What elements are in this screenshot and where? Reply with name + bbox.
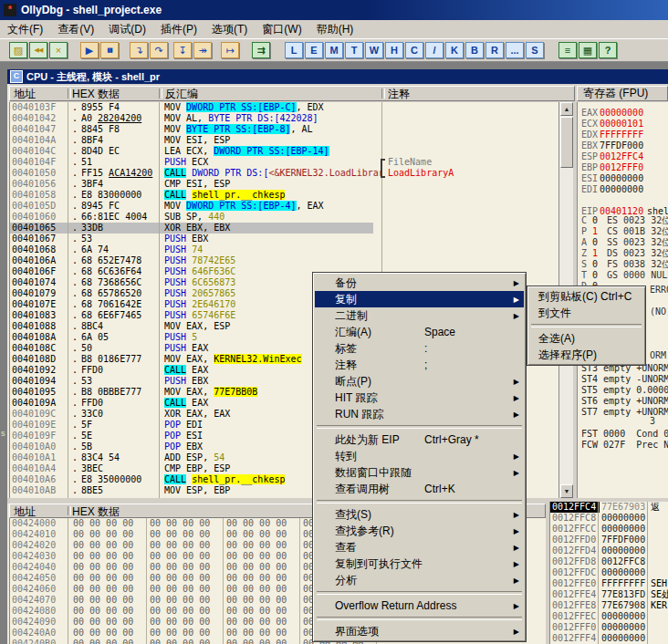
stack-row[interactable]: 0012FFF400000000 <box>550 633 668 644</box>
disasm-row[interactable]: 0040104C.8D4D ECLEA ECX, DWORD PTR SS:[E… <box>10 146 559 157</box>
stack-row[interactable]: 0012FFF000000000 <box>550 622 668 633</box>
stack-row[interactable]: 0012FFC477E67903返 <box>550 502 668 513</box>
disasm-row[interactable]: 0040106A.68 652E7478PUSH 78742E65 <box>10 255 559 266</box>
disasm-row[interactable]: 00401058.E8 83000000CALL shell_pr.__chke… <box>10 190 559 201</box>
toolbar-call-stack-button[interactable]: K <box>445 42 464 58</box>
toolbar-animate-over-button[interactable]: ↠ <box>193 42 212 58</box>
menu-item-view-call-tree[interactable]: 查看调用树Ctrl+K <box>315 481 524 497</box>
toolbar-appearance-button[interactable]: ▦ <box>579 42 597 58</box>
submenu-item-to-clipboard[interactable]: 到剪贴板(C)Ctrl+C <box>529 288 643 305</box>
fpu-row[interactable]: FST 0000 Cond 0 <box>578 429 668 440</box>
toolbar-source-button[interactable]: S <box>526 42 544 58</box>
register-row-edx[interactable]: EDXFFFFFFFF <box>578 130 668 140</box>
toolbar-help-btn-button[interactable]: ? <box>599 42 617 58</box>
titlebar[interactable]: * OllyDbg - shell_project.exe <box>0 0 668 20</box>
disasm-row[interactable]: 00401047.8845 F8MOV BYTE PTR SS:[EBP-8],… <box>10 124 559 135</box>
cpu-window-titlebar[interactable]: C CPU - 主线程, 模块 - shell_pr <box>7 69 668 84</box>
register-row-esp[interactable]: ESP0012FFC4 <box>578 151 668 162</box>
disasm-row[interactable]: 0040103F.8955 F4MOV DWORD PTR SS:[EBP-C]… <box>10 102 559 113</box>
submenu-item-to-file[interactable]: 到文件 <box>529 305 643 321</box>
stack-row[interactable]: 0012FFCC00000000 <box>550 524 668 535</box>
register-row-eax[interactable]: EAX00000000 <box>578 108 668 119</box>
flag-row-z[interactable]: Z1DS 0023 32位 <box>578 248 668 259</box>
register-row-ebp[interactable]: EBP0012FFF0 <box>578 162 668 173</box>
flag-row-p[interactable]: P1CS 001B 32位 <box>578 226 668 237</box>
toolbar-log-button[interactable]: L <box>285 42 303 58</box>
toolbar-executables-button[interactable]: E <box>305 42 323 58</box>
header-divider[interactable] <box>68 506 71 515</box>
menu-item-analysis[interactable]: 分析▶ <box>315 572 524 588</box>
toolbar-handles-button[interactable]: H <box>385 42 403 58</box>
menu-item-view[interactable]: 查看▶ <box>315 539 524 556</box>
toolbar-open-button[interactable]: ▨ <box>9 42 27 58</box>
menubar-item-debug[interactable]: 调试(D) <box>101 20 153 39</box>
stack-row[interactable]: 0012FFE877E67908KER <box>550 600 668 611</box>
toolbar-pause-button[interactable]: ▮▮ <box>100 42 119 58</box>
disasm-row[interactable]: 00401050.FF15 ACA14200CALL DWORD PTR DS:… <box>10 168 559 179</box>
disasm-row[interactable]: 0040104A.8BF4MOV ESI, ESP <box>10 135 559 146</box>
menu-item-label[interactable]: 标签: <box>315 340 524 357</box>
stack-row[interactable]: 0012FFE477E813FDSE处 <box>550 589 668 600</box>
stack-row[interactable]: 0012FFD400000000 <box>550 545 668 556</box>
toolbar-windows-list-button[interactable]: ≡ <box>558 42 577 58</box>
menubar-item-view[interactable]: 查看(V) <box>50 20 101 39</box>
menu-item-binary[interactable]: 二进制▶ <box>315 307 524 324</box>
toolbar-windows-button[interactable]: W <box>365 42 383 58</box>
menubar-item-options[interactable]: 选项(T) <box>204 20 255 39</box>
menu-item-copy-to-executable[interactable]: 复制到可执行文件▶ <box>315 556 524 572</box>
flag-row-s[interactable]: S0FS 0038 32位 <box>578 259 668 270</box>
toolbar-step-into-button[interactable]: ↴ <box>130 42 148 58</box>
menu-item-hit-trace[interactable]: HIT 跟踪▶ <box>315 390 524 406</box>
menubar-item-plugins[interactable]: 插件(P) <box>153 20 204 39</box>
menu-item-search-for[interactable]: 查找(S)▶ <box>315 506 524 523</box>
menu-item-run-trace[interactable]: RUN 跟踪▶ <box>315 406 524 422</box>
disasm-row[interactable]: 00401068.6A 74PUSH 74 <box>10 244 559 255</box>
disasm-row[interactable]: 00401067.53PUSH EBX <box>10 234 559 244</box>
register-row-ecx[interactable]: ECX00000101 <box>578 119 668 130</box>
toolbar-breakpoints-button[interactable]: B <box>465 42 484 58</box>
header-divider[interactable] <box>159 88 162 99</box>
toolbar-run-button[interactable]: ▶ <box>80 42 99 58</box>
menubar-item-file[interactable]: 文件(F) <box>0 20 50 39</box>
menu-item-follow-in-dump[interactable]: 数据窗口中跟随▶ <box>315 464 524 481</box>
menu-item-assemble[interactable]: 汇编(A)Space <box>315 324 524 340</box>
flag-row-c[interactable]: C0ES 0023 32位 <box>578 215 668 226</box>
disasm-row[interactable]: 00401056.3BF4CMP ESI, ESP <box>10 179 559 190</box>
scroll-down-icon[interactable]: ▼ <box>560 484 573 498</box>
toolbar-go-to-button[interactable]: ⇉ <box>252 42 270 58</box>
register-row-ebx[interactable]: EBX7FFDF000 <box>578 140 668 151</box>
menubar-item-help[interactable]: 帮助(H) <box>309 20 361 39</box>
stack-row[interactable]: 0012FFD07FFDF000 <box>550 535 668 545</box>
register-row-esi[interactable]: ESI00000000 <box>578 173 668 184</box>
menu-item-overflow-return-address[interactable]: Overflow Return Address▶ <box>315 597 524 614</box>
menu-item-copy[interactable]: 复制▶ <box>315 291 524 307</box>
stack-row[interactable]: 0012FFDC00000000 <box>550 567 668 578</box>
disasm-row[interactable]: 00401065.33DBXOR EBX, EBX <box>10 223 559 234</box>
flag-row-a[interactable]: A0SS 0023 32位 <box>578 237 668 248</box>
menu-item-comment[interactable]: 注释; <box>315 357 524 373</box>
fpu-row[interactable]: FCW 027F Prec NE <box>578 440 668 451</box>
stack-row[interactable]: 0012FFEC00000000 <box>550 611 668 622</box>
scrollbar-thumb[interactable] <box>560 117 573 168</box>
header-divider[interactable] <box>68 88 71 99</box>
menu-item-new-origin[interactable]: 此处为新 EIPCtrl+Gray * <box>315 431 524 448</box>
toolbar-references-button[interactable]: R <box>485 42 504 58</box>
fpu-row[interactable]: ST6 empty +UNORM <box>578 396 668 407</box>
menu-item-appearance[interactable]: 界面选项▶ <box>315 623 524 639</box>
menu-item-go-to[interactable]: 转到▶ <box>315 448 524 464</box>
toolbar-patches-button[interactable]: / <box>425 42 444 58</box>
toolbar-exec-till-return-button[interactable]: ↦ <box>221 42 239 58</box>
disasm-row[interactable]: 0040105D.8945 FCMOV DWORD PTR SS:[EBP-4]… <box>10 201 559 212</box>
fpu-row[interactable]: ST5 empty 0.0000000 <box>578 385 668 396</box>
stack-row[interactable]: 0012FFC800000000 <box>550 513 668 524</box>
submenu-item-select-all[interactable]: 全选(A) <box>529 330 643 347</box>
toolbar-animate-into-button[interactable]: ↧ <box>173 42 192 58</box>
stack-row[interactable]: 0012FFD80012FFC8 <box>550 556 668 567</box>
submenu-item-select-procedure[interactable]: 选择程序(P) <box>529 347 643 363</box>
toolbar-step-over-button[interactable]: ↷ <box>150 42 168 58</box>
fpu-row[interactable]: ST4 empty -UNORM <box>578 374 668 385</box>
menubar-item-window[interactable]: 窗口(W) <box>255 20 308 39</box>
stack-row[interactable]: 0012FFE0FFFFFFFFSEH <box>550 578 668 589</box>
disasm-row[interactable]: 00401042.A0 28204200MOV AL, BYTE PTR DS:… <box>10 113 559 124</box>
toolbar-cpu-button[interactable]: C <box>405 42 423 58</box>
